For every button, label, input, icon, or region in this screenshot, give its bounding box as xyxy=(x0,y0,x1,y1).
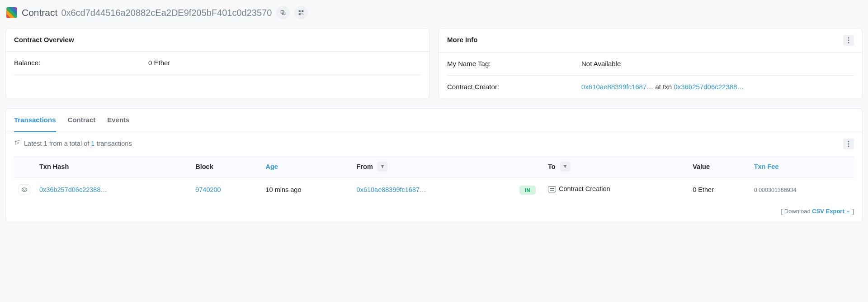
txn-hash-link[interactable]: 0x36b257d06c22388… xyxy=(39,186,107,193)
contract-icon xyxy=(548,186,556,192)
from-address-link[interactable]: 0x610ae88399fc1687… xyxy=(357,186,426,193)
svg-point-12 xyxy=(848,146,849,147)
filter-to-button[interactable] xyxy=(560,162,570,172)
col-txnhash: Txn Hash xyxy=(35,156,191,178)
tab-events[interactable]: Events xyxy=(107,109,129,133)
svg-point-13 xyxy=(24,189,25,191)
col-fee[interactable]: Txn Fee xyxy=(750,156,854,178)
transactions-table: Txn Hash Block Age From To xyxy=(14,156,854,202)
filter-icon xyxy=(380,164,385,169)
copy-address-button[interactable] xyxy=(276,6,290,19)
card-title: Contract Overview xyxy=(14,35,74,45)
col-from: From xyxy=(352,156,512,178)
creator-address-link[interactable]: 0x610ae88399fc1687… xyxy=(581,83,653,91)
qr-icon xyxy=(298,10,304,16)
tab-bar: Transactions Contract Events xyxy=(6,109,862,133)
card-header: More Info xyxy=(439,29,862,53)
table-row: 0x36b257d06c22388… 9740200 10 mins ago 0… xyxy=(14,177,854,202)
card-header: Contract Overview xyxy=(6,29,429,52)
contract-address: 0x6cd7d44516a20882cEa2DE9f205bF401c0d235… xyxy=(61,6,272,19)
more-info-card: More Info My Name Tag: Not Available Con… xyxy=(439,28,863,99)
svg-point-9 xyxy=(848,42,849,43)
tx-count-info: Latest 1 from a total of 1 transactions xyxy=(14,139,132,149)
creator-label: Contract Creator: xyxy=(447,82,581,92)
balance-label: Balance: xyxy=(14,58,148,68)
export-footer: [ Download CSV Export ] xyxy=(6,202,862,216)
col-age[interactable]: Age xyxy=(261,156,352,178)
col-to: To xyxy=(543,156,688,178)
svg-point-10 xyxy=(848,141,849,142)
filter-icon xyxy=(563,164,567,169)
kebab-icon xyxy=(848,37,849,43)
csv-export-link[interactable]: CSV Export xyxy=(812,208,851,215)
col-value: Value xyxy=(688,156,750,178)
col-block: Block xyxy=(191,156,261,178)
direction-badge: IN xyxy=(519,186,536,195)
kebab-icon xyxy=(848,141,849,147)
svg-rect-3 xyxy=(302,10,304,12)
svg-rect-6 xyxy=(303,14,304,15)
block-link[interactable]: 9740200 xyxy=(195,186,221,193)
sort-icon xyxy=(14,140,22,147)
contract-identicon-icon xyxy=(6,7,17,18)
svg-point-11 xyxy=(848,144,849,145)
svg-rect-2 xyxy=(299,10,301,12)
page-header: Contract 0x6cd7d44516a20882cEa2DE9f205bF… xyxy=(5,5,863,20)
txn-fee: 0.000301366934 xyxy=(754,187,797,193)
view-tx-button[interactable] xyxy=(19,184,30,195)
nametag-value: Not Available xyxy=(581,59,854,69)
tx-list-menu-button[interactable] xyxy=(843,139,854,149)
transactions-card: Transactions Contract Events Latest 1 fr… xyxy=(5,108,863,223)
creator-txn-link[interactable]: 0x36b257d06c22388… xyxy=(674,83,744,91)
contract-overview-card: Contract Overview Balance: 0 Ether xyxy=(5,28,429,99)
nametag-label: My Name Tag: xyxy=(447,59,581,69)
page-title-label: Contract xyxy=(22,5,57,20)
card-title: More Info xyxy=(447,35,478,45)
copy-icon xyxy=(280,10,286,16)
qr-code-button[interactable] xyxy=(294,6,308,19)
svg-point-8 xyxy=(848,39,849,41)
txn-value: 0 Ether xyxy=(693,186,714,193)
svg-rect-4 xyxy=(299,13,301,15)
svg-point-7 xyxy=(848,37,849,38)
svg-rect-5 xyxy=(302,13,303,14)
eye-icon xyxy=(21,187,28,193)
txn-age: 10 mins ago xyxy=(266,186,302,193)
balance-value: 0 Ether xyxy=(148,58,421,68)
tab-transactions[interactable]: Transactions xyxy=(14,109,56,133)
download-icon xyxy=(845,209,851,214)
to-contract-creation: Contract Creation xyxy=(548,184,610,194)
page-title: Contract 0x6cd7d44516a20882cEa2DE9f205bF… xyxy=(22,5,272,20)
filter-from-button[interactable] xyxy=(377,162,387,172)
at-txn-text: at txn xyxy=(653,83,674,91)
tab-contract[interactable]: Contract xyxy=(68,109,96,133)
more-info-menu-button[interactable] xyxy=(843,35,854,46)
